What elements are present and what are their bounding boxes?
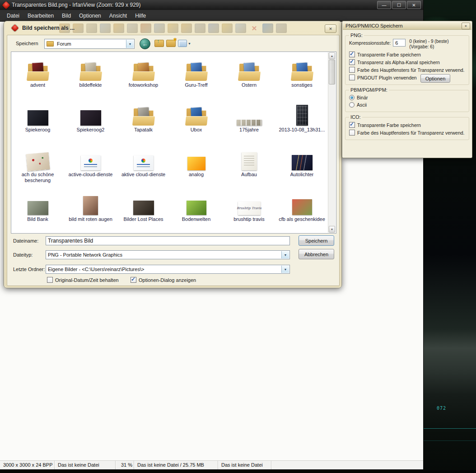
option-row[interactable]: Binär: [349, 95, 465, 100]
recent-folders-combobox[interactable]: Eigene Bilder - <C:\Users\reinarz\Pictur…: [46, 265, 290, 274]
checkbox[interactable]: [349, 75, 355, 80]
recent-folders-value: Eigene Bilder - <C:\Users\reinarz\Pictur…: [46, 267, 289, 272]
thumbnail-area: [133, 189, 154, 215]
file-item[interactable]: bildeffekte: [64, 55, 117, 99]
file-item[interactable]: Ubox: [170, 99, 223, 144]
file-item[interactable]: Bild Bank: [11, 189, 64, 234]
save-dialog-body: Speichern Forum ▼ ← ↑ ✱ ▼ adventbildeffe…: [7, 35, 340, 286]
checkbox[interactable]: [349, 59, 355, 65]
scroll-down-button[interactable]: ▼: [329, 226, 335, 233]
checkbox[interactable]: [349, 52, 355, 57]
filetype-combobox[interactable]: PNG - Portable Network Graphics ▼: [46, 250, 290, 259]
file-item[interactable]: 2013-10-08_13h31...: [275, 99, 328, 144]
thumbnail-area: [27, 144, 49, 170]
thumbnail-area: Brushtip Travis: [238, 189, 261, 215]
radio-button[interactable]: [349, 102, 355, 108]
compression-input[interactable]: [393, 39, 406, 47]
menu-bild[interactable]: Bild: [58, 10, 75, 22]
pngout-options-button[interactable]: Optionen: [420, 74, 450, 83]
filename-input[interactable]: [46, 236, 290, 245]
show-options-checkbox[interactable]: [131, 277, 136, 283]
up-folder-button[interactable]: ↑: [154, 40, 164, 47]
file-item[interactable]: Spiekeroog: [11, 99, 64, 144]
title-bar[interactable]: Transparentes Bild.png - IrfanView (Zoom…: [0, 0, 423, 10]
image-thumbnail: [187, 201, 206, 215]
image-thumbnail: [133, 201, 154, 215]
menu-hilfe[interactable]: Hilfe: [131, 10, 150, 22]
option-row[interactable]: Transparente Farbe speichern: [349, 122, 465, 128]
file-item[interactable]: Brushtip Travisbrushtip travis: [223, 189, 275, 234]
file-label: Autolichter: [290, 172, 314, 178]
close-button[interactable]: ✕: [407, 1, 421, 9]
status-bar: 3000 x 3000 x 24 BPPDas ist keine Datei3…: [0, 460, 423, 469]
file-item[interactable]: cfb als geschenkidee: [275, 189, 328, 234]
show-options-option[interactable]: Optionen-Dialog anzeigen: [131, 277, 196, 283]
menu-datei[interactable]: Datei: [3, 10, 23, 22]
png-group-label: PNG:: [349, 33, 364, 38]
file-item[interactable]: Bilder Lost Places: [117, 189, 170, 234]
folder-preview-image: [243, 62, 255, 76]
option-row[interactable]: Transparenz als Alpha-Kanal speichern: [349, 59, 465, 65]
chevron-down-icon[interactable]: ▼: [281, 266, 289, 273]
file-item[interactable]: Tapatalk: [117, 99, 170, 144]
file-item[interactable]: 175jahre: [223, 99, 275, 144]
cancel-button[interactable]: Abbrechen: [299, 249, 334, 259]
status-cell: Das ist keine Datei: [55, 461, 116, 469]
keep-date-option[interactable]: Original-Datum/Zeit behalten: [47, 277, 119, 283]
file-item[interactable]: Aufbau: [223, 144, 275, 189]
save-dialog-close-button[interactable]: ✕: [325, 24, 336, 33]
folder-thumbnail-icon: [238, 62, 260, 81]
file-list-scrollbar[interactable]: ▲ ▼: [328, 52, 336, 233]
radio-button[interactable]: [349, 95, 355, 100]
image-thumbnail: [28, 110, 48, 126]
file-item[interactable]: Guru-Treff: [170, 55, 223, 99]
file-item[interactable]: fotoworkshop: [117, 55, 170, 99]
file-item[interactable]: Ostern: [223, 55, 275, 99]
image-thumbnail: [81, 155, 101, 170]
minimize-button[interactable]: —: [377, 1, 391, 9]
options-dialog-close-button[interactable]: ✕: [462, 23, 470, 29]
option-label: PNGOUT PlugIn verwenden: [357, 75, 417, 80]
file-item[interactable]: bild mit roten augen: [64, 189, 117, 234]
checkbox[interactable]: [349, 130, 355, 136]
save-dialog-icon: [11, 24, 19, 32]
menu-bearbeiten[interactable]: Bearbeiten: [23, 10, 58, 22]
chevron-down-icon[interactable]: ▼: [281, 251, 289, 258]
keep-date-checkbox[interactable]: [47, 277, 53, 283]
image-thumbnail: [134, 155, 154, 170]
option-row[interactable]: Farbe des Hauptfensters für Transparenz …: [349, 130, 465, 136]
option-label: Farbe des Hauptfensters für Transparenz …: [357, 67, 465, 73]
file-item[interactable]: active-cloud-dienste: [64, 144, 117, 189]
option-label: Binär: [357, 95, 368, 100]
compression-hint-default: (Vorgabe: 6): [409, 44, 448, 50]
option-row[interactable]: Transparente Farbe speichern: [349, 52, 465, 57]
image-thumbnail: Brushtip Travis: [238, 201, 261, 215]
menu-ansicht[interactable]: Ansicht: [105, 10, 131, 22]
compression-hint-range: 0 (keine) - 9 (beste): [409, 39, 448, 44]
file-item[interactable]: Autolichter: [275, 144, 328, 189]
option-row[interactable]: Ascii: [349, 102, 465, 108]
options-dialog-titlebar[interactable]: PNG/PNM/ICO Speichern ✕: [343, 22, 471, 30]
file-item[interactable]: sonstiges: [275, 55, 328, 99]
maximize-button[interactable]: ☐: [392, 1, 406, 9]
chevron-down-icon[interactable]: ▼: [126, 40, 134, 48]
file-item[interactable]: aktive cloud-dienste: [117, 144, 170, 189]
menu-optionen[interactable]: Optionen: [75, 10, 105, 22]
file-item[interactable]: advent: [11, 55, 64, 99]
file-item[interactable]: ach du schöne bescherung: [11, 144, 64, 189]
scroll-up-button[interactable]: ▲: [329, 52, 335, 59]
file-item[interactable]: analog: [170, 144, 223, 189]
option-row[interactable]: Farbe des Hauptfensters für Transparenz …: [349, 67, 465, 73]
folder-combobox[interactable]: Forum ▼: [44, 39, 135, 49]
file-item[interactable]: Bodenwelten: [170, 189, 223, 234]
checkbox[interactable]: [349, 122, 355, 128]
save-button[interactable]: Speichern: [299, 235, 334, 246]
view-menu-button[interactable]: ▼: [178, 40, 191, 47]
scrollbar-thumb[interactable]: [329, 60, 335, 84]
file-item[interactable]: Spiekeroog2: [64, 99, 117, 144]
checkbox[interactable]: [349, 67, 355, 73]
save-dialog-titlebar[interactable]: Bild speichern als ... ✕: [4, 21, 341, 35]
back-button[interactable]: ←: [140, 38, 150, 49]
folder-preview-image: [138, 107, 149, 121]
new-folder-button[interactable]: ✱: [166, 40, 176, 47]
